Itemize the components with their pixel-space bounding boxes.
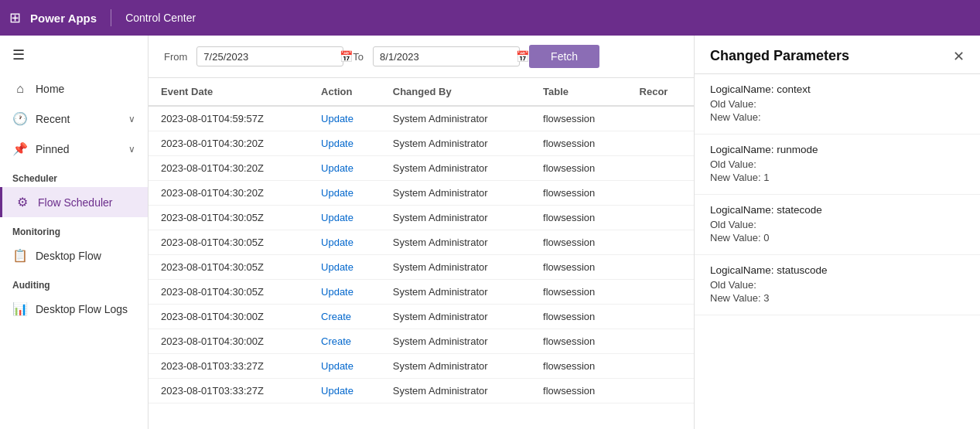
table-row: 2023-08-01T04:30:20ZUpdateSystem Adminis… — [149, 131, 694, 156]
table-row: 2023-08-01T04:30:20ZUpdateSystem Adminis… — [149, 181, 694, 206]
cell-table: flowsession — [531, 156, 627, 181]
table-header-row: Event Date Action Changed By Table Recor — [149, 78, 694, 106]
sidebar-item-label: Flow Scheduler — [38, 196, 135, 209]
cell-action[interactable]: Update — [309, 255, 381, 280]
cell-action[interactable]: Update — [309, 156, 381, 181]
param-logical-name: LogicalName: statuscode — [710, 264, 965, 276]
action-link[interactable]: Update — [321, 212, 353, 223]
cell-action[interactable]: Update — [309, 354, 381, 379]
col-changed-by: Changed By — [381, 78, 531, 106]
table-row: 2023-08-01T04:59:57ZUpdateSystem Adminis… — [149, 106, 694, 131]
params-container: LogicalName: contextOld Value:New Value:… — [695, 74, 980, 315]
cell-action[interactable]: Update — [309, 280, 381, 305]
cell-event-date: 2023-08-01T04:30:20Z — [149, 131, 309, 156]
action-link[interactable]: Update — [321, 261, 353, 273]
sidebar-item-home[interactable]: ⌂ Home — [0, 74, 148, 104]
action-link[interactable]: Create — [321, 311, 351, 322]
control-center-label: Control Center — [125, 12, 196, 24]
home-icon: ⌂ — [12, 82, 28, 96]
cell-record — [627, 329, 694, 354]
col-event-date: Event Date — [149, 78, 309, 106]
chevron-down-icon: ∨ — [128, 144, 135, 155]
cell-event-date: 2023-08-01T04:30:05Z — [149, 206, 309, 230]
cell-action[interactable]: Update — [309, 379, 381, 403]
cell-event-date: 2023-08-01T04:30:20Z — [149, 181, 309, 206]
calendar-icon-to[interactable]: 📅 — [516, 50, 529, 63]
fetch-button[interactable]: Fetch — [529, 45, 599, 68]
cell-record — [627, 206, 694, 230]
action-link[interactable]: Create — [321, 335, 351, 347]
sidebar-item-pinned[interactable]: 📌 Pinned ∨ — [0, 134, 148, 164]
cell-action[interactable]: Update — [309, 230, 381, 255]
cell-event-date: 2023-08-01T04:30:00Z — [149, 305, 309, 329]
cell-table: flowsession — [531, 305, 627, 329]
right-panel-header: Changed Parameters ✕ — [695, 36, 980, 74]
param-block: LogicalName: contextOld Value:New Value: — [695, 74, 980, 134]
param-new-value: New Value: 1 — [710, 172, 965, 183]
cell-changed-by: System Administrator — [381, 329, 531, 354]
sidebar-item-label: Desktop Flow — [36, 250, 135, 262]
cell-table: flowsession — [531, 206, 627, 230]
topbar: ⊞ Power Apps Control Center — [0, 0, 980, 36]
sidebar-item-flow-scheduler[interactable]: ⚙ Flow Scheduler — [0, 187, 148, 217]
action-link[interactable]: Update — [321, 162, 353, 174]
action-link[interactable]: Update — [321, 286, 353, 298]
audit-table: Event Date Action Changed By Table Recor… — [149, 78, 694, 403]
cell-action[interactable]: Update — [309, 131, 381, 156]
param-old-value: Old Value: — [710, 219, 965, 230]
table-row: 2023-08-01T04:30:20ZUpdateSystem Adminis… — [149, 156, 694, 181]
cell-record — [627, 106, 694, 131]
action-link[interactable]: Update — [321, 385, 353, 397]
sidebar-item-recent[interactable]: 🕐 Recent ∨ — [0, 104, 148, 134]
cell-table: flowsession — [531, 280, 627, 305]
sidebar-item-desktop-flow[interactable]: 📋 Desktop Flow — [0, 240, 148, 271]
table-row: 2023-08-01T04:30:00ZCreateSystem Adminis… — [149, 305, 694, 329]
table-row: 2023-08-01T03:33:27ZUpdateSystem Adminis… — [149, 354, 694, 379]
from-date-wrapper: 📅 — [196, 46, 343, 66]
cell-changed-by: System Administrator — [381, 255, 531, 280]
cell-changed-by: System Administrator — [381, 305, 531, 329]
sidebar-item-label: Desktop Flow Logs — [36, 303, 135, 315]
to-date-input[interactable] — [380, 51, 510, 63]
main-layout: ☰ ⌂ Home 🕐 Recent ∨ 📌 Pinned ∨ Scheduler… — [0, 36, 980, 429]
section-scheduler: Scheduler — [0, 164, 148, 187]
cell-table: flowsession — [531, 329, 627, 354]
cell-action[interactable]: Create — [309, 329, 381, 354]
section-monitoring: Monitoring — [0, 217, 148, 240]
table-body: 2023-08-01T04:59:57ZUpdateSystem Adminis… — [149, 106, 694, 403]
action-link[interactable]: Update — [321, 113, 353, 124]
param-new-value: New Value: — [710, 111, 965, 123]
sidebar-item-desktop-flow-logs[interactable]: 📊 Desktop Flow Logs — [0, 294, 148, 324]
cell-table: flowsession — [531, 181, 627, 206]
from-date-input[interactable] — [203, 51, 333, 63]
calendar-icon-from[interactable]: 📅 — [340, 50, 353, 63]
action-link[interactable]: Update — [321, 237, 353, 248]
close-button[interactable]: ✕ — [953, 49, 965, 63]
cell-action[interactable]: Update — [309, 181, 381, 206]
desktop-flow-icon: 📋 — [12, 248, 28, 263]
action-link[interactable]: Update — [321, 138, 353, 149]
recent-icon: 🕐 — [12, 111, 28, 126]
table-row: 2023-08-01T04:30:05ZUpdateSystem Adminis… — [149, 280, 694, 305]
cell-event-date: 2023-08-01T03:33:27Z — [149, 354, 309, 379]
cell-event-date: 2023-08-01T04:59:57Z — [149, 106, 309, 131]
grid-icon[interactable]: ⊞ — [9, 9, 21, 26]
col-action: Action — [309, 78, 381, 106]
cell-action[interactable]: Create — [309, 305, 381, 329]
cell-record — [627, 181, 694, 206]
table-row: 2023-08-01T04:30:05ZUpdateSystem Adminis… — [149, 230, 694, 255]
col-table: Table — [531, 78, 627, 106]
table-row: 2023-08-01T04:30:05ZUpdateSystem Adminis… — [149, 255, 694, 280]
col-record: Recor — [627, 78, 694, 106]
action-link[interactable]: Update — [321, 360, 353, 372]
hamburger-button[interactable]: ☰ — [0, 36, 148, 74]
cell-table: flowsession — [531, 230, 627, 255]
cell-action[interactable]: Update — [309, 106, 381, 131]
cell-record — [627, 280, 694, 305]
cell-record — [627, 379, 694, 403]
cell-table: flowsession — [531, 131, 627, 156]
action-link[interactable]: Update — [321, 187, 353, 199]
cell-event-date: 2023-08-01T04:30:05Z — [149, 255, 309, 280]
cell-action[interactable]: Update — [309, 206, 381, 230]
cell-event-date: 2023-08-01T04:30:05Z — [149, 280, 309, 305]
